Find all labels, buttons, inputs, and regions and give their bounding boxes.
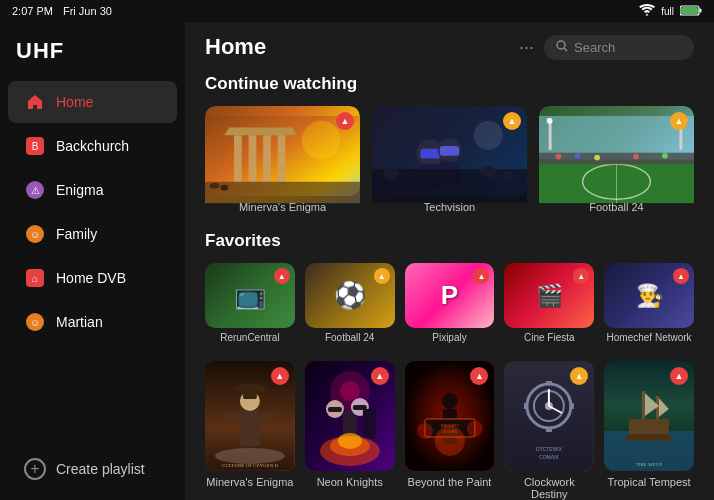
sidebar-item-martian[interactable]: ☺ Martian [8,301,177,343]
svg-rect-46 [259,413,275,418]
martian-icon: ☺ [24,311,46,333]
search-icon [556,40,568,55]
fav-label-cinefiesta: Cine Fiesta [524,332,575,343]
svg-rect-84 [629,419,669,434]
svg-point-36 [575,153,581,159]
wifi-icon [639,4,655,18]
fav-thumb-homechef: 👨‍🍳 ▲ [604,263,694,328]
svg-rect-18 [440,146,459,156]
status-bar: 2:07 PM Fri Jun 30 full [0,0,714,22]
sidebar-enigma-label: Enigma [56,182,103,198]
fav-card-football24[interactable]: ⚽ ▲ Football 24 [305,263,395,343]
svg-point-38 [633,154,639,160]
movie-badge-minerva: ▲ [271,367,289,385]
fav-label-rerun: RerunCentral [220,332,279,343]
sidebar-item-backchurch[interactable]: B Backchurch [8,125,177,167]
movie-card-clockwork[interactable]: OTСTEWIX COMΛIK ▲ Clockwork Destiny [504,361,594,500]
create-playlist-button[interactable]: + Create playlist [8,448,177,490]
app-logo: UHF [0,32,185,80]
status-day: Fri Jun 30 [63,5,112,17]
fav-label-football24: Football 24 [325,332,374,343]
svg-rect-86 [642,391,645,419]
fav-card-cinefiesta[interactable]: 🎬 ▲ Cine Fiesta [504,263,594,343]
movie-badge-tropical: ▲ [670,367,688,385]
svg-rect-1 [681,7,698,14]
svg-rect-16 [420,149,439,159]
svg-point-47 [215,448,285,464]
svg-rect-76 [546,381,552,385]
sidebar-home-dvb-label: Home DVB [56,270,126,286]
svg-rect-57 [363,409,376,439]
svg-point-24 [502,171,514,181]
sidebar-home-label: Home [56,94,93,110]
svg-point-68 [417,423,433,439]
svg-rect-77 [546,428,552,432]
home-dvb-icon: ⌂ [24,267,46,289]
svg-point-67 [435,426,465,456]
svg-text:COMΛIK: COMΛIK [539,454,559,460]
fav-thumb-cinefiesta: 🎬 ▲ [504,263,594,328]
enigma-icon: ⚠ [24,179,46,201]
svg-point-3 [557,41,565,49]
svg-rect-8 [263,135,271,183]
cw-card-techvision[interactable]: ▲ Techvision [372,106,527,213]
family-icon: ☺ [24,223,46,245]
svg-text:CULTURE OF CZYGEN II: CULTURE OF CZYGEN II [222,463,278,468]
svg-point-12 [210,183,220,189]
movie-card-tropical[interactable]: TIRE MEVP ▲ Tropical Tempest [604,361,694,500]
sidebar-item-enigma[interactable]: ⚠ Enigma [8,169,177,211]
svg-point-13 [221,185,229,191]
fav-thumb-pixipaly: P ▲ [405,263,495,328]
continue-watching-row: ▲ Minerva's Enigma [205,106,694,213]
fav-card-pixipaly[interactable]: P ▲ Pixipaly [405,263,495,343]
svg-rect-45 [225,413,241,418]
sidebar-backchurch-label: Backchurch [56,138,129,154]
movie-label-clockwork: Clockwork Destiny [504,476,594,500]
svg-point-23 [481,166,497,178]
movie-label-beyond: Beyond the Paint [405,476,495,488]
svg-rect-27 [549,121,552,150]
svg-point-25 [474,121,503,150]
sidebar-item-home[interactable]: Home [8,81,177,123]
status-time: 2:07 PM [12,5,53,17]
favorites-row: 📺 ▲ RerunCentral ⚽ ▲ Football 24 [205,263,694,343]
fav-card-homechef[interactable]: 👨‍🍳 ▲ Homechef Network [604,263,694,343]
svg-point-69 [466,421,482,437]
svg-rect-53 [328,407,342,412]
svg-rect-44 [240,411,260,446]
page-title: Home [205,34,266,60]
favorites-title: Favorites [205,231,694,251]
fav-card-rerun[interactable]: 📺 ▲ RerunCentral [205,263,295,343]
continue-watching-title: Continue watching [205,74,694,94]
movie-card-minerva[interactable]: CULTURE OF CZYGEN II ▲ Minerva's Enigma [205,361,295,500]
create-playlist-label: Create playlist [56,461,145,477]
movie-card-beyond[interactable]: BANKATY SLYBAD ▲ Beyond the Paint [405,361,495,500]
favorites-section: Favorites 📺 ▲ RerunCentral ⚽ ▲ Fo [185,225,714,355]
search-input[interactable] [574,40,682,55]
sidebar-item-home-dvb[interactable]: ⌂ Home DVB [8,257,177,299]
cw-card-football24[interactable]: ▲ Football 24 [539,106,694,213]
sidebar-martian-label: Martian [56,314,103,330]
svg-point-29 [547,118,553,124]
fav-thumb-football24: ⚽ ▲ [305,263,395,328]
svg-point-62 [442,393,458,409]
backchurch-icon: B [24,135,46,157]
battery-icon [680,5,702,18]
svg-point-60 [338,433,362,449]
svg-text:TIRE MEVP: TIRE MEVP [636,462,662,467]
svg-rect-7 [249,135,257,183]
sidebar-item-family[interactable]: ☺ Family [8,213,177,255]
movies-section: CULTURE OF CZYGEN II ▲ Minerva's Enigma [185,355,714,500]
svg-rect-11 [205,182,360,196]
svg-point-39 [662,153,668,159]
cw-card-minervas-enigma[interactable]: ▲ Minerva's Enigma [205,106,360,213]
more-options-button[interactable]: ··· [519,37,534,58]
search-bar[interactable] [544,35,694,60]
home-icon [24,91,46,113]
fav-label-pixipaly: Pixipaly [432,332,466,343]
movie-card-neon[interactable]: ▲ Neon Knights [305,361,395,500]
cw-badge-football: ▲ [670,112,688,130]
svg-point-22 [384,168,400,180]
svg-text:OTСTEWIX: OTСTEWIX [536,446,563,452]
sidebar-family-label: Family [56,226,97,242]
